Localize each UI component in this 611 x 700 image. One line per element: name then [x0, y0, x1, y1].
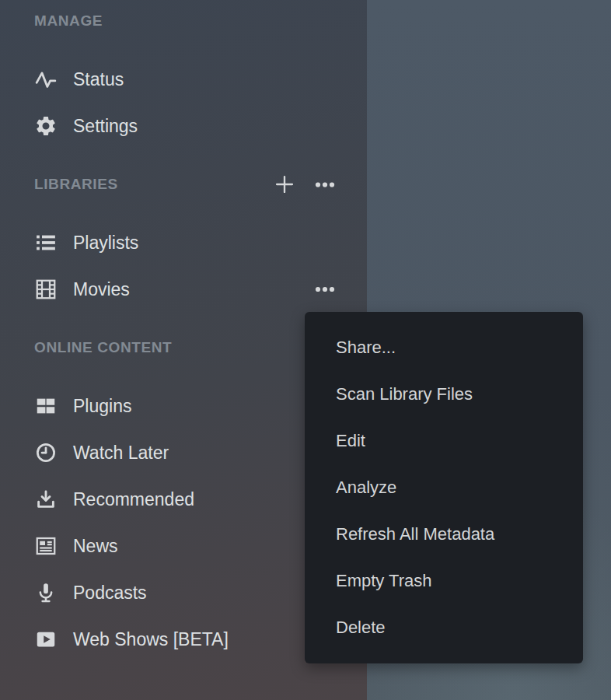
sidebar-item-movies[interactable]: Movies: [0, 266, 367, 313]
microphone-icon: [34, 581, 58, 604]
sidebar-item-label: Movies: [73, 279, 130, 300]
ellipsis-icon: [314, 278, 336, 300]
sidebar-item-label: Web Shows [BETA]: [73, 629, 229, 650]
clock-icon: [34, 441, 58, 464]
menu-item-share[interactable]: Share...: [305, 324, 583, 371]
ellipsis-icon: [314, 173, 336, 195]
newspaper-icon: [34, 534, 58, 558]
sidebar-item-playlists[interactable]: Playlists: [0, 219, 367, 266]
menu-item-analyze[interactable]: Analyze: [305, 464, 583, 511]
gear-icon: [34, 114, 58, 138]
section-libraries: LIBRARIES: [0, 163, 367, 313]
section-header-manage: MANAGE: [0, 0, 367, 42]
plus-icon: [274, 173, 295, 195]
sidebar-item-label: Podcasts: [73, 583, 147, 604]
menu-item-edit[interactable]: Edit: [305, 418, 583, 464]
sidebar-item-settings[interactable]: Settings: [0, 103, 367, 149]
grid-icon: [34, 394, 58, 418]
movies-more-button[interactable]: [314, 278, 336, 300]
sidebar-item-label: Status: [73, 69, 124, 90]
add-library-button[interactable]: [274, 173, 295, 195]
sidebar-item-label: Plugins: [73, 396, 131, 417]
sidebar-item-label: Watch Later: [73, 443, 169, 464]
context-menu: Share... Scan Library Files Edit Analyze…: [305, 312, 583, 663]
play-box-icon: [34, 628, 58, 651]
sidebar-item-label: Settings: [73, 116, 138, 137]
sidebar-item-label: Playlists: [73, 233, 138, 254]
menu-item-empty-trash[interactable]: Empty Trash: [305, 558, 583, 604]
sidebar-item-status[interactable]: Status: [0, 56, 367, 103]
section-manage: MANAGE Status Settings: [0, 0, 367, 149]
film-icon: [34, 278, 58, 301]
section-label-online-content: ONLINE CONTENT: [34, 339, 172, 356]
menu-item-scan-library-files[interactable]: Scan Library Files: [305, 371, 583, 418]
section-header-libraries: LIBRARIES: [0, 163, 367, 205]
menu-item-refresh-all-metadata[interactable]: Refresh All Metadata: [305, 511, 583, 558]
section-label-manage: MANAGE: [34, 12, 103, 30]
menu-item-delete[interactable]: Delete: [305, 604, 583, 651]
playlist-icon: [34, 231, 58, 254]
libraries-more-button[interactable]: [314, 173, 336, 195]
sidebar-item-label: News: [73, 536, 118, 557]
section-label-libraries: LIBRARIES: [34, 176, 118, 193]
download-icon: [34, 488, 58, 511]
activity-icon: [34, 68, 58, 91]
sidebar-item-label: Recommended: [73, 489, 194, 510]
